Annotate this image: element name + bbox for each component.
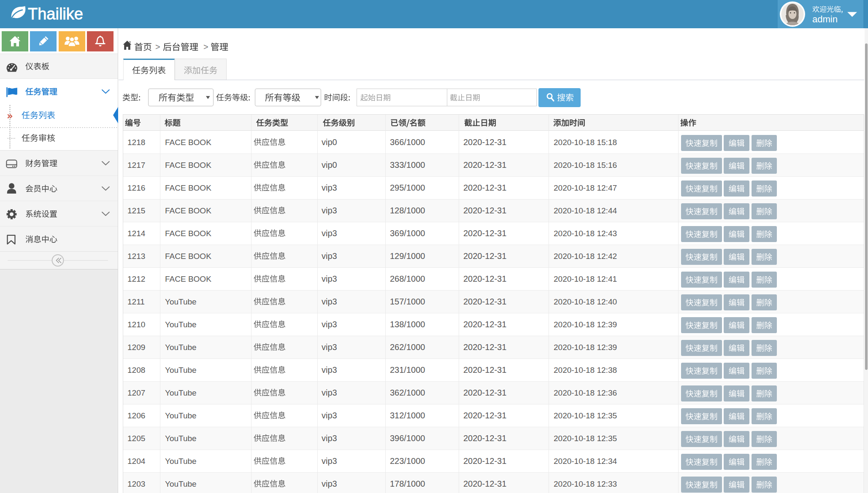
svg-text:FACE BOOK: FACE BOOK xyxy=(165,183,211,192)
svg-text:2020-10-18 15:18: 2020-10-18 15:18 xyxy=(554,138,617,147)
svg-text:2020-12-31: 2020-12-31 xyxy=(463,388,506,397)
svg-text:2020-10-18 12:38: 2020-10-18 12:38 xyxy=(554,366,617,374)
svg-text:2020-12-31: 2020-12-31 xyxy=(463,297,506,306)
svg-text:262/1000: 262/1000 xyxy=(390,342,425,352)
svg-text:2020-12-31: 2020-12-31 xyxy=(463,342,506,352)
svg-text:YouTube: YouTube xyxy=(165,411,197,420)
svg-text:2020-12-31: 2020-12-31 xyxy=(463,137,506,147)
svg-text:vip3: vip3 xyxy=(322,229,337,238)
svg-text:2020-10-18 12:40: 2020-10-18 12:40 xyxy=(554,297,617,306)
svg-text:295/1000: 295/1000 xyxy=(390,183,425,192)
svg-text:YouTube: YouTube xyxy=(165,434,197,443)
svg-text:2020-12-31: 2020-12-31 xyxy=(463,434,506,443)
svg-text:1203: 1203 xyxy=(127,480,145,488)
svg-text:vip3: vip3 xyxy=(322,274,337,283)
svg-text:369/1000: 369/1000 xyxy=(390,229,425,238)
svg-text:1214: 1214 xyxy=(127,229,146,238)
svg-text:2020-12-31: 2020-12-31 xyxy=(463,183,506,192)
svg-text:2020-10-18 12:34: 2020-10-18 12:34 xyxy=(554,457,617,466)
svg-text:138/1000: 138/1000 xyxy=(390,320,425,329)
svg-text:1210: 1210 xyxy=(127,320,145,329)
svg-text:2020-10-18 15:16: 2020-10-18 15:16 xyxy=(554,161,617,170)
svg-text:396/1000: 396/1000 xyxy=(390,434,425,443)
svg-text:157/1000: 157/1000 xyxy=(390,297,425,306)
svg-text:129/1000: 129/1000 xyxy=(390,251,425,261)
svg-text:YouTube: YouTube xyxy=(165,366,197,374)
svg-text:vip3: vip3 xyxy=(322,206,337,215)
svg-text:1207: 1207 xyxy=(127,388,145,397)
svg-text:333/1000: 333/1000 xyxy=(390,160,425,170)
svg-text:vip3: vip3 xyxy=(322,456,337,466)
svg-text:vip3: vip3 xyxy=(322,183,337,192)
svg-text:FACE BOOK: FACE BOOK xyxy=(165,161,211,170)
svg-text:YouTube: YouTube xyxy=(165,343,197,352)
svg-text:128/1000: 128/1000 xyxy=(390,206,425,215)
svg-text:1205: 1205 xyxy=(127,434,145,443)
svg-text:2020-10-18 12:36: 2020-10-18 12:36 xyxy=(554,388,617,397)
svg-text:2020-10-18 12:43: 2020-10-18 12:43 xyxy=(554,229,617,238)
svg-text:1208: 1208 xyxy=(127,366,145,374)
svg-text:2020-12-31: 2020-12-31 xyxy=(463,456,506,466)
svg-text:2020-12-31: 2020-12-31 xyxy=(463,206,506,215)
svg-text:vip3: vip3 xyxy=(322,434,337,443)
svg-text:vip3: vip3 xyxy=(322,251,337,261)
svg-text:vip3: vip3 xyxy=(322,479,337,488)
svg-text:FACE BOOK: FACE BOOK xyxy=(165,138,211,147)
svg-text:FACE BOOK: FACE BOOK xyxy=(165,206,211,215)
svg-text:1206: 1206 xyxy=(127,411,145,420)
svg-text:2020-12-31: 2020-12-31 xyxy=(463,479,506,488)
svg-text:vip0: vip0 xyxy=(322,160,337,170)
svg-text:vip3: vip3 xyxy=(322,411,337,420)
svg-text:>: > xyxy=(155,42,160,51)
svg-text:YouTube: YouTube xyxy=(165,388,197,397)
svg-text:vip3: vip3 xyxy=(322,365,337,374)
svg-text:2020-10-18 12:33: 2020-10-18 12:33 xyxy=(554,480,617,488)
svg-text:Thailike: Thailike xyxy=(28,5,83,23)
svg-text:2020-10-18 12:39: 2020-10-18 12:39 xyxy=(554,343,617,352)
svg-text:YouTube: YouTube xyxy=(165,297,197,306)
svg-text:>: > xyxy=(203,42,208,51)
svg-text:2020-10-18 12:35: 2020-10-18 12:35 xyxy=(554,434,617,443)
svg-text:YouTube: YouTube xyxy=(165,480,197,488)
svg-text:FACE BOOK: FACE BOOK xyxy=(165,229,211,238)
svg-text:2020-10-18 12:44: 2020-10-18 12:44 xyxy=(554,206,617,215)
svg-text:vip3: vip3 xyxy=(322,320,337,329)
svg-text:1209: 1209 xyxy=(127,343,145,352)
svg-text:1215: 1215 xyxy=(127,206,145,215)
svg-text:admin: admin xyxy=(812,14,838,24)
svg-text:178/1000: 178/1000 xyxy=(390,479,425,488)
svg-text:FACE BOOK: FACE BOOK xyxy=(165,252,211,261)
svg-text:2020-10-18 12:35: 2020-10-18 12:35 xyxy=(554,411,617,420)
svg-text:YouTube: YouTube xyxy=(165,320,197,329)
svg-text:366/1000: 366/1000 xyxy=(390,137,425,147)
svg-text:2020-10-18 12:39: 2020-10-18 12:39 xyxy=(554,320,617,329)
svg-text:vip3: vip3 xyxy=(322,297,337,306)
svg-text:FACE BOOK: FACE BOOK xyxy=(165,275,211,283)
svg-text:YouTube: YouTube xyxy=(165,457,197,466)
svg-text:2020-12-31: 2020-12-31 xyxy=(463,365,506,374)
svg-text:362/1000: 362/1000 xyxy=(390,388,425,397)
svg-text:vip3: vip3 xyxy=(322,342,337,352)
svg-text:2020-12-31: 2020-12-31 xyxy=(463,160,506,170)
svg-text:vip0: vip0 xyxy=(322,137,337,147)
svg-text:2020-12-31: 2020-12-31 xyxy=(463,251,506,261)
svg-text:1216: 1216 xyxy=(127,183,145,192)
svg-text:1218: 1218 xyxy=(127,138,145,147)
svg-text:1217: 1217 xyxy=(127,161,145,170)
svg-text:2020-12-31: 2020-12-31 xyxy=(463,229,506,238)
svg-text:223/1000: 223/1000 xyxy=(390,456,425,466)
svg-text:vip3: vip3 xyxy=(322,388,337,397)
svg-text:2020-10-18 12:41: 2020-10-18 12:41 xyxy=(554,275,617,283)
svg-text:1213: 1213 xyxy=(127,252,145,261)
svg-text:231/1000: 231/1000 xyxy=(390,365,425,374)
svg-text:2020-10-18 12:42: 2020-10-18 12:42 xyxy=(554,252,617,261)
svg-text:2020-10-18 12:47: 2020-10-18 12:47 xyxy=(554,183,617,192)
svg-text:1211: 1211 xyxy=(127,297,145,306)
svg-text:2020-12-31: 2020-12-31 xyxy=(463,320,506,329)
svg-text:2020-12-31: 2020-12-31 xyxy=(463,274,506,283)
svg-text:312/1000: 312/1000 xyxy=(390,411,425,420)
svg-text:1204: 1204 xyxy=(127,457,146,466)
svg-text:2020-12-31: 2020-12-31 xyxy=(463,411,506,420)
svg-text:268/1000: 268/1000 xyxy=(390,274,425,283)
svg-text:1212: 1212 xyxy=(127,275,145,283)
